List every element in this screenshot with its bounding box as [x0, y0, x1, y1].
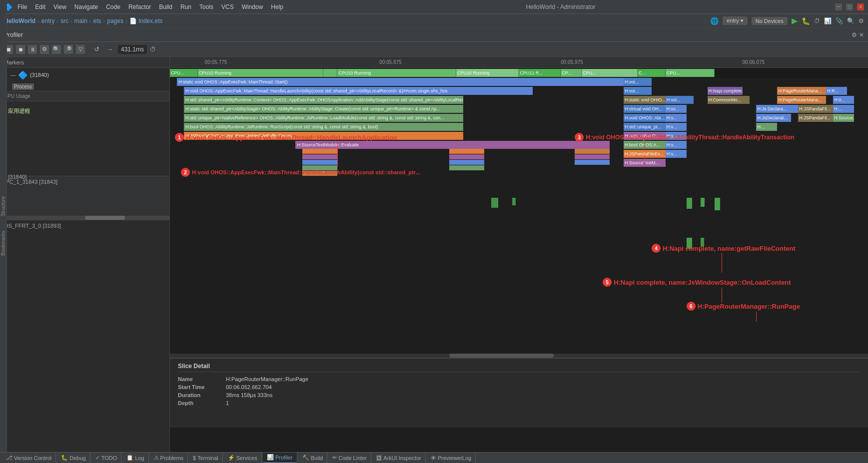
flame-block-run-script[interactable]: H:bool OHOS::AbilityRuntime::JsRuntime::…: [184, 123, 463, 131]
forward-icon[interactable]: →: [104, 44, 115, 54]
menu-code[interactable]: Code: [103, 3, 123, 10]
search-nav-icon[interactable]: 🔍: [847, 17, 855, 24]
zoom-in-icon[interactable]: 🔍: [52, 45, 61, 54]
menu-build[interactable]: Build: [156, 3, 175, 10]
flame-block-voi3[interactable]: H:voi...: [666, 96, 694, 104]
terminal-label: Terminal: [197, 455, 218, 461]
flame-block-add-ability[interactable]: H:std::shared_ptr<AbilityRuntime::Contex…: [184, 96, 463, 104]
attach-button[interactable]: 📎: [836, 17, 843, 24]
flame-block-jspanda[interactable]: H:JSPandaFil...: [798, 105, 833, 113]
bookmark-bookmarks[interactable]: Bookmarks: [0, 231, 6, 256]
h-scrollbar[interactable]: [170, 354, 868, 358]
nav-pages[interactable]: pages: [107, 17, 123, 24]
nav-ets[interactable]: ets: [93, 17, 101, 24]
flame-block-common[interactable]: H:CommonMo...: [708, 96, 750, 104]
flame-block-hvoi[interactable]: H:voi...: [624, 78, 652, 86]
flame-block-jsdecl[interactable]: H:Js Declara...: [756, 105, 798, 113]
record-button[interactable]: ⏺: [16, 45, 25, 54]
flame-block-v5[interactable]: H:v...: [666, 114, 687, 122]
menu-vcs[interactable]: VCS: [218, 3, 237, 10]
flame-block-h4[interactable]: H:...: [833, 105, 854, 113]
timeline-panel[interactable]: 00:05.775 00:05.875 00:05.975 00:06.075 …: [170, 57, 868, 452]
flame-block-execute-module[interactable]: H:JSPandaFileExecutor::ExecuteModuleBuff…: [184, 132, 463, 140]
flame-block-napi-complete[interactable]: H:Napi complete...: [708, 87, 743, 95]
debug-button[interactable]: 🐛: [802, 17, 810, 25]
flame-block-h6end[interactable]: H:...: [756, 123, 777, 131]
tab-problems[interactable]: ⚠ Problems: [150, 453, 188, 463]
flame-block-pagerouter[interactable]: H:PageRouterMana...: [777, 87, 826, 95]
menu-view[interactable]: View: [50, 3, 69, 10]
flame-block-launch-ability[interactable]: H:void OHOS::AppExecFwk::MainThread::Han…: [184, 87, 533, 95]
tab-build[interactable]: 🔨 Build: [298, 453, 327, 463]
flame-block-v7[interactable]: H:v...: [666, 132, 687, 140]
profile-button[interactable]: ⏱: [814, 17, 820, 24]
flame-block-load-module[interactable]: H:std::unique_ptr<NativeReference> OHOS:…: [184, 114, 463, 122]
flame-block-voi2[interactable]: H:voi...: [624, 87, 652, 95]
menu-file[interactable]: File: [14, 3, 30, 10]
flame-block-unique-pt[interactable]: H:std::unique_pt...: [624, 123, 666, 131]
flame-block-v9[interactable]: H:v...: [666, 150, 687, 158]
flame-block-virtual-oh[interactable]: H:virtual void OH...: [624, 105, 666, 113]
flame-block-create-stage[interactable]: H:static std::shared_ptr<AbilityStage> O…: [184, 105, 463, 113]
menu-edit[interactable]: Edit: [32, 3, 48, 10]
tab-terminal[interactable]: $ Terminal: [189, 453, 223, 463]
bookmark-structure[interactable]: Structure: [0, 196, 6, 217]
annotation-5: 5 H:Napi complete, name:JsWindowStage::O…: [603, 278, 791, 287]
menu-navigate[interactable]: Navigate: [71, 3, 101, 10]
menu-window[interactable]: Window: [239, 3, 266, 10]
scroll-area[interactable]: [0, 216, 169, 220]
flame-block-static-ohio[interactable]: H:static void OHIO...: [624, 96, 666, 104]
flame-block-v6[interactable]: H:v...: [666, 123, 687, 131]
tab-arkui[interactable]: 🖼 ArkUI Inspector: [372, 453, 426, 463]
run-button[interactable]: ▶: [792, 16, 798, 25]
flame-block-jsdecl2[interactable]: H:JsDeclarati...: [756, 114, 791, 122]
pause-button[interactable]: ⏸: [28, 45, 37, 54]
menu-refactor[interactable]: Refactor: [125, 3, 154, 10]
nav-entry[interactable]: entry: [41, 17, 55, 24]
flame-row-7: H:JSPandaFileExecutor::ExecuteModuleBuff…: [170, 132, 868, 141]
minimize-button[interactable]: ─: [835, 3, 842, 10]
flame-block-h0[interactable]: H:0...: [833, 96, 854, 104]
flame-block-vv[interactable]: H:vv...: [666, 105, 687, 113]
flame-block-jspanda2[interactable]: H:JSPandaFil...: [798, 114, 833, 122]
filter-icon[interactable]: ▽: [76, 45, 85, 54]
tab-profiler[interactable]: 📊 Profiler: [263, 453, 297, 463]
zoom-out-icon[interactable]: 🔎: [64, 45, 73, 54]
profiler-gear-icon[interactable]: ⚙: [852, 31, 857, 38]
flamegraph[interactable]: CPU... CPU10 Running CPU10 Running CPU10…: [170, 68, 868, 358]
reset-icon[interactable]: ↺: [92, 44, 101, 54]
tab-debug[interactable]: 🐛 Debug: [57, 453, 90, 463]
flame-block-start[interactable]: H:static void OHOS::AppExecFwk::MainThre…: [177, 78, 624, 86]
nav-src[interactable]: src: [60, 17, 68, 24]
coverage-button[interactable]: 📊: [824, 17, 832, 24]
nav-helloworld[interactable]: HelloWorld: [4, 17, 35, 24]
nav-indexets[interactable]: 📄 Index.ets: [129, 17, 163, 24]
process-tree-row[interactable]: ▼ — 🔷 (31840): [0, 68, 169, 82]
flame-block-source[interactable]: H:Source...: [833, 114, 854, 122]
scroll-thumb[interactable]: [85, 216, 125, 220]
close-button[interactable]: ✕: [857, 3, 864, 10]
profiler-close-icon[interactable]: ✕: [859, 31, 864, 38]
tab-version-control[interactable]: ⎇ Version Control: [2, 453, 56, 463]
menu-run[interactable]: Run: [177, 3, 194, 10]
flame-block-pagerouter2[interactable]: H:PageRouterMana...: [777, 96, 826, 104]
settings-nav-icon[interactable]: ⚙: [859, 17, 864, 24]
flame-block-void-abi[interactable]: H:void OHOS::Abi...: [624, 114, 666, 122]
devices-selector[interactable]: No Devices: [752, 17, 788, 25]
tab-previewer-log[interactable]: 👁 PreviewerLog: [427, 453, 476, 463]
flame-block-hr[interactable]: H:R...: [826, 87, 847, 95]
tab-todo[interactable]: ✓ TODO: [91, 453, 122, 463]
flame-block-v8[interactable]: H:v...: [666, 141, 687, 149]
flame-block-source-text[interactable]: H:SourceTextModule::Evaluate: [295, 141, 610, 149]
tab-code-linter[interactable]: ✏ Code Linter: [328, 453, 371, 463]
menu-tools[interactable]: Tools: [196, 3, 216, 10]
nav-main[interactable]: main: [74, 17, 87, 24]
config-icon[interactable]: ⚙: [40, 45, 49, 54]
entry-selector[interactable]: entry ▾: [723, 16, 748, 25]
maximize-button[interactable]: □: [846, 3, 853, 10]
flame-block-napi-value[interactable]: H:napi_value O...: [624, 132, 666, 140]
tab-services[interactable]: ⚡ Services: [224, 453, 262, 463]
menu-help[interactable]: Help: [268, 3, 286, 10]
tab-log[interactable]: 📋 Log: [122, 453, 148, 463]
h-scrollbar-thumb[interactable]: [449, 354, 554, 358]
